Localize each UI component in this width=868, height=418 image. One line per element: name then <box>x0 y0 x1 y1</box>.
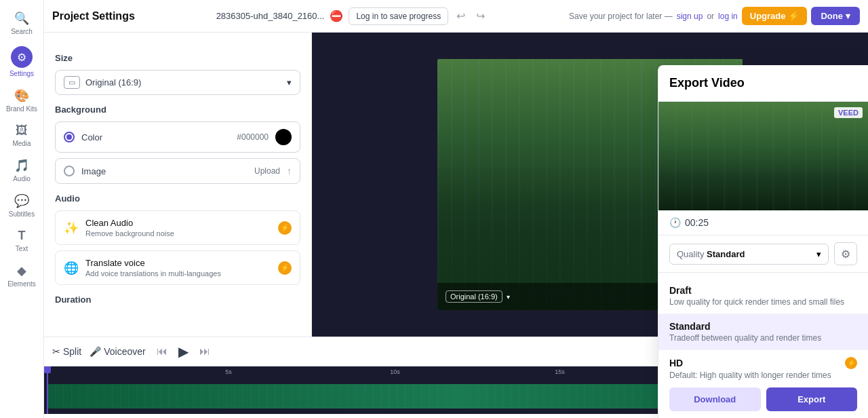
section-audio: Audio ✨ Clean Audio Remove background no… <box>55 193 300 285</box>
translate-option[interactable]: 🌐 Translate voice Add voice translations… <box>55 250 300 285</box>
export-panel: Export Video VEED 🕐 00:25 Quality Standa… <box>658 65 868 418</box>
sidebar-item-settings[interactable]: ⚙ Settings <box>0 41 43 83</box>
subtitles-icon: 💬 <box>14 193 29 208</box>
done-button[interactable]: Done ▾ <box>811 7 860 25</box>
color-hex-value: #000000 <box>237 132 269 142</box>
export-thumbnail: VEED <box>658 102 868 210</box>
ruler-mark-5s: 5s <box>225 368 232 375</box>
clean-audio-subtitle: Remove background noise <box>85 229 271 238</box>
sidebar-item-label: Audio <box>13 175 31 183</box>
topbar-right: Save your project for later — sign up or… <box>569 7 860 25</box>
brand-icon: 🎨 <box>14 88 29 103</box>
preview-size-badge: Original (16:9) <box>446 290 502 303</box>
chevron-down-icon: ▾ <box>507 293 510 301</box>
veed-watermark: VEED <box>834 107 863 118</box>
hd-description: Default: High quality with longer render… <box>669 370 857 380</box>
size-selected: Original (16:9) <box>85 77 141 88</box>
sidebar-item-media[interactable]: 🖼 Media <box>0 118 43 153</box>
upload-button[interactable]: Upload <box>254 166 280 176</box>
section-background: Background Color #000000 Image Upload ↑ <box>55 104 300 184</box>
sidebar-item-label: Media <box>12 140 31 147</box>
settings-icon: ⚙ <box>841 248 850 261</box>
color-option[interactable]: Color #000000 <box>55 121 300 153</box>
topbar: Project Settings 2836305-uhd_3840_2160..… <box>44 0 868 33</box>
cloud-status-btn[interactable]: ⛔ <box>330 10 343 22</box>
draft-description: Low quality for quick render times and s… <box>669 297 857 307</box>
export-title: Export Video <box>658 65 868 102</box>
playhead[interactable] <box>47 366 48 414</box>
text-icon: T <box>18 229 26 243</box>
download-btn[interactable]: Download <box>669 387 761 411</box>
image-label: Image <box>81 166 106 176</box>
log-in-save-btn[interactable]: Log in to save progress <box>349 7 448 25</box>
sidebar-item-brand[interactable]: 🎨 Brand Kits <box>0 83 43 118</box>
sidebar-item-label: Text <box>16 245 28 252</box>
export-btn[interactable]: Export <box>766 387 858 411</box>
mic-icon: 🎤 <box>90 346 101 357</box>
sign-up-link[interactable]: sign up <box>677 12 703 21</box>
settings-icon-circle: ⚙ <box>11 46 33 68</box>
or-text: or <box>707 12 714 21</box>
undo-btn[interactable]: ↩ <box>454 7 468 25</box>
size-label: Size <box>55 53 300 63</box>
hd-premium-icon: ⚡ <box>845 357 857 369</box>
chevron-down-icon: ▾ <box>287 77 292 88</box>
ruler-mark-10s: 10s <box>390 368 400 375</box>
filename: 2836305-uhd_3840_2160... <box>216 11 325 21</box>
audio-options: ✨ Clean Audio Remove background noise ⚡ … <box>55 210 300 285</box>
translate-subtitle: Add voice translations in multi-language… <box>85 269 271 278</box>
save-message: Save your project for later — <box>569 12 673 21</box>
split-btn[interactable]: ✂ Split <box>52 346 81 357</box>
ratio-badge: ▭ <box>64 76 80 89</box>
standard-description: Tradeoff between quality and render time… <box>669 333 857 343</box>
standard-label: Standard <box>669 321 711 332</box>
split-icon: ✂ <box>52 346 60 357</box>
color-swatch[interactable] <box>275 129 292 145</box>
sidebar-item-search[interactable]: 🔍 Search <box>0 5 43 41</box>
sidebar-item-subtitles[interactable]: 💬 Subtitles <box>0 188 43 223</box>
redo-btn[interactable]: ↪ <box>473 7 488 25</box>
sidebar-item-elements[interactable]: ◆ Elements <box>0 258 43 293</box>
quality-draft[interactable]: Draft Low quality for quick render times… <box>658 278 868 314</box>
sidebar-item-label: Search <box>11 28 33 35</box>
sidebar-item-label: Subtitles <box>9 210 35 218</box>
duration-value: 00:25 <box>685 217 709 228</box>
play-button[interactable]: ▶ <box>178 343 189 360</box>
elements-icon: ◆ <box>17 263 26 278</box>
sidebar-item-label: Elements <box>7 280 36 288</box>
image-option[interactable]: Image Upload ↑ <box>55 158 300 184</box>
hd-label: HD <box>669 358 683 368</box>
media-icon: 🖼 <box>16 124 28 138</box>
export-duration: 🕐 00:25 <box>658 210 868 235</box>
audio-icon: 🎵 <box>14 158 29 173</box>
quality-dropdown[interactable]: Quality Standard ▾ <box>669 244 829 265</box>
quality-standard[interactable]: Standard Tradeoff between quality and re… <box>658 314 868 350</box>
project-title: Project Settings <box>52 10 135 22</box>
quality-options-list: Draft Low quality for quick render times… <box>658 273 868 381</box>
translate-title: Translate voice <box>85 258 271 268</box>
image-radio[interactable] <box>64 166 75 176</box>
sidebar-item-label: Settings <box>9 70 34 77</box>
sidebar-item-text[interactable]: T Text <box>0 223 43 258</box>
size-indicator: Original (16:9) ▾ <box>446 290 510 303</box>
section-duration: Duration <box>55 294 300 305</box>
quality-settings-btn[interactable]: ⚙ <box>834 242 857 265</box>
skip-forward-btn[interactable]: ⏭ <box>197 343 213 360</box>
upload-icon: ↑ <box>287 166 292 176</box>
size-dropdown[interactable]: ▭ Original (16:9) ▾ <box>55 70 300 95</box>
sidebar-item-audio[interactable]: 🎵 Audio <box>0 153 43 188</box>
color-radio[interactable] <box>64 132 75 142</box>
quality-hd[interactable]: HD ⚡ Default: High quality with longer r… <box>658 350 868 381</box>
log-in-link[interactable]: log in <box>718 12 738 21</box>
clean-audio-option[interactable]: ✨ Clean Audio Remove background noise ⚡ <box>55 210 300 245</box>
upgrade-button[interactable]: Upgrade ⚡ <box>742 7 808 25</box>
background-label: Background <box>55 104 300 115</box>
translate-premium-badge: ⚡ <box>278 261 292 275</box>
voiceover-btn[interactable]: 🎤 Voiceover <box>90 346 145 357</box>
translate-icon: 🌐 <box>64 261 79 276</box>
color-label: Color <box>81 132 102 142</box>
section-size: Size ▭ Original (16:9) ▾ <box>55 53 300 95</box>
skip-back-btn[interactable]: ⏮ <box>154 343 170 360</box>
quality-label: Quality Standard <box>677 249 745 259</box>
clock-icon: 🕐 <box>669 217 681 228</box>
